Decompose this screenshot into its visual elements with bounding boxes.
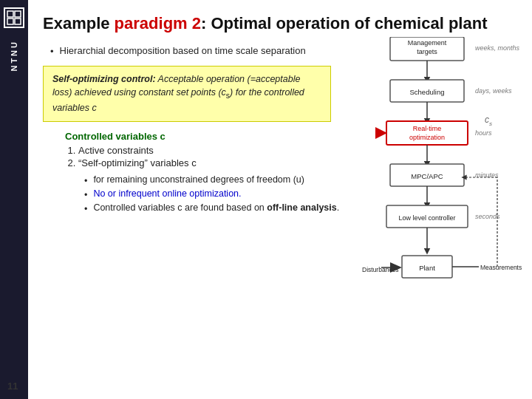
svg-text:s: s (489, 120, 492, 127)
svg-rect-3 (15, 18, 21, 24)
sub-bullet-text-2-blue: No or infrequent online optimization. (93, 188, 241, 199)
svg-text:optimization: optimization (409, 134, 445, 141)
svg-text:Measurements: Measurements (480, 264, 522, 271)
ntnu-emblem (4, 7, 24, 28)
sub-bullet-text-3-bold: off-line analysis (267, 202, 336, 213)
svg-text:seconds: seconds (475, 213, 500, 220)
svg-rect-1 (15, 11, 21, 17)
sub-bullet-dot-2: • (84, 190, 87, 200)
sub-bullet-text-3-normal: Controlled variables c are found based o… (93, 202, 267, 213)
sub-bullet-dot-1: • (84, 176, 87, 186)
svg-text:Low level controller: Low level controller (398, 214, 455, 222)
diagram-svg: Management targets weeks, months Schedul… (361, 37, 523, 362)
title-part1: Example (43, 14, 115, 33)
sub-bullet-dot-3: • (84, 204, 87, 214)
svg-rect-0 (7, 11, 13, 17)
page-title: Example paradigm 2: Optimal operation of… (43, 13, 517, 35)
yellow-box: Self-optimizing control: Acceptable oper… (43, 66, 331, 123)
svg-text:days, weeks: days, weeks (475, 87, 512, 95)
list-item-2-text: “Self-optimizing” variables c (78, 157, 197, 168)
title-highlight: paradigm 2 (115, 14, 201, 33)
page-number: 11 (7, 381, 18, 392)
svg-text:Management: Management (408, 39, 447, 47)
yellow-box-title: Self-optimizing control: (52, 74, 156, 84)
title-part2: : Optimal operation of chemical plant (201, 14, 488, 33)
bullet-dot: • (50, 46, 54, 57)
svg-text:weeks, months: weeks, months (475, 44, 520, 52)
sub-bullet-text-3-end: . (337, 202, 339, 213)
diagram: Management targets weeks, months Schedul… (361, 37, 523, 355)
bullet-text: Hierarchial decomposition based on time … (60, 45, 306, 57)
svg-rect-2 (7, 18, 13, 24)
sub-bullet-text-3: Controlled variables c are found based o… (93, 202, 339, 213)
svg-text:MPC/APC: MPC/APC (411, 172, 443, 180)
sidebar: NTNU (0, 0, 28, 399)
ntnu-logo: NTNU (10, 40, 18, 72)
svg-text:targets: targets (417, 48, 437, 55)
svg-text:Plant: Plant (419, 264, 435, 272)
svg-text:hours: hours (475, 129, 492, 137)
sub-bullet-text-1: for remaining unconstrained degrees of f… (93, 174, 304, 185)
svg-text:Scheduling: Scheduling (409, 88, 444, 96)
svg-text:Real-time: Real-time (413, 125, 442, 132)
